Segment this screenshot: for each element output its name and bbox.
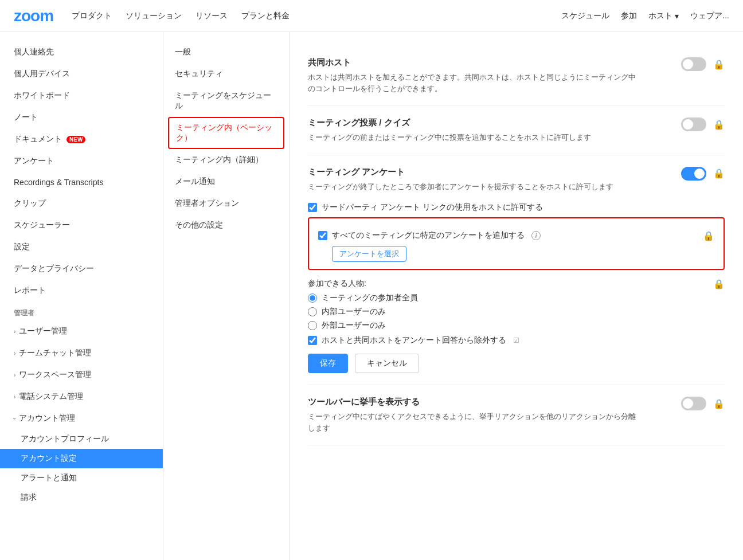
radio-internal-label[interactable]: 内部ユーザーのみ (322, 307, 386, 317)
participants-label: 参加できる人物: (308, 279, 366, 289)
cohost-toggle[interactable] (681, 57, 706, 71)
page-layout: 個人連絡先 個人用デバイス ホワイトボード ノート ドキュメント NEW アンケ… (0, 32, 743, 560)
nav-join[interactable]: 参加 (621, 11, 637, 21)
setting-cohost: 共同ホスト ホストは共同ホストを加えることができます。共同ホストは、ホストと同じ… (308, 46, 725, 106)
left-sidebar: 個人連絡先 個人用デバイス ホワイトボード ノート ドキュメント NEW アンケ… (0, 32, 163, 560)
menu-security[interactable]: セキュリティ (163, 63, 289, 85)
sidebar-item-settings[interactable]: 設定 (0, 236, 163, 258)
third-party-checkbox-row: サードパーティ アンケート リンクの使用をホストに許可する (308, 202, 725, 213)
setting-poll: ミーティング投票 / クイズ ミーティングの前またはミーティング中に投票を追加す… (308, 106, 725, 155)
lock-icon: 🔒 (713, 58, 725, 70)
menu-meeting-basic[interactable]: ミーティング内（ベーシック） (168, 117, 284, 149)
specific-survey-checkbox-row: すべてのミーティングに特定のアンケートを追加する i 🔒 (318, 230, 714, 241)
select-survey-button[interactable]: アンケートを選択 (332, 246, 406, 262)
lock-icon: 🔒 (713, 398, 725, 409)
lock-icon: 🔒 (713, 278, 725, 289)
verify-icon: ☑ (513, 336, 519, 344)
sidebar-item-privacy[interactable]: データとプライバシー (0, 258, 163, 280)
raise-hand-title: ツールバーに挙手を表示する (308, 397, 667, 408)
raise-hand-desc: ミーティング中にすばやくアクセスできるように、挙手リアクションを他のリアクション… (308, 411, 640, 433)
zoom-logo[interactable]: zoom (14, 7, 53, 25)
poll-toggle[interactable] (681, 118, 706, 131)
sidebar-item-reports[interactable]: レポート (0, 280, 163, 301)
menu-meeting-advanced[interactable]: ミーティング内（詳細） (163, 149, 289, 171)
nav-plans[interactable]: プランと料金 (241, 11, 290, 21)
radio-all-participants: ミーティングの参加者全員 (308, 293, 725, 303)
nav-right: スケジュール 参加 ホスト ▾ ウェブア... (561, 11, 729, 21)
nav-solution[interactable]: ソリューション (126, 11, 182, 21)
top-navigation: zoom プロダクト ソリューション リソース プランと料金 スケジュール 参加… (0, 0, 743, 32)
nav-links: プロダクト ソリューション リソース プランと料金 (72, 11, 561, 21)
raise-hand-toggle[interactable] (681, 397, 706, 410)
sidebar-item-notes[interactable]: ノート (0, 107, 163, 128)
menu-schedule[interactable]: ミーティングをスケジュール (163, 85, 289, 117)
chevron-down-icon: › (11, 417, 18, 419)
sidebar-item-workspace[interactable]: › ワークスペース管理 (0, 364, 163, 386)
sidebar-item-phone[interactable]: › 電話システム管理 (0, 386, 163, 408)
radio-all[interactable] (308, 293, 317, 303)
radio-internal[interactable] (308, 307, 317, 316)
menu-other-settings[interactable]: その他の設定 (163, 214, 289, 236)
lock-icon: 🔒 (713, 119, 725, 130)
sidebar-item-survey[interactable]: アンケート (0, 150, 163, 172)
third-party-checkbox[interactable] (308, 203, 317, 212)
exclude-host-label[interactable]: ホストと共同ホストをアンケート回答から除外する (322, 335, 506, 346)
cohost-desc: ホストは共同ホストを加えることができます。共同ホストは、ホストと同じようにミーテ… (308, 72, 640, 94)
specific-survey-label[interactable]: すべてのミーティングに特定のアンケートを追加する (332, 230, 525, 241)
lock-icon: 🔒 (703, 230, 714, 241)
radio-external: 外部ユーザーのみ (308, 320, 725, 331)
save-button[interactable]: 保存 (308, 354, 348, 373)
lock-icon: 🔒 (713, 168, 725, 179)
sidebar-item-contacts[interactable]: 個人連絡先 (0, 41, 163, 63)
radio-external-label[interactable]: 外部ユーザーのみ (322, 320, 386, 331)
sidebar-sub-billing[interactable]: 請求 (0, 488, 163, 507)
new-badge: NEW (67, 136, 85, 143)
survey-desc: ミーティングが終了したところで参加者にアンケートを提示することをホストに許可しま… (308, 181, 640, 193)
radio-internal: 内部ユーザーのみ (308, 307, 725, 317)
nav-host[interactable]: ホスト ▾ (648, 11, 679, 21)
admin-section-label: 管理者 (0, 301, 163, 320)
chevron-right-icon: › (14, 394, 15, 400)
menu-admin-options[interactable]: 管理者オプション (163, 193, 289, 214)
survey-title: ミーティング アンケート (308, 167, 667, 178)
radio-all-label[interactable]: ミーティングの参加者全員 (322, 293, 418, 303)
main-content: 共同ホスト ホストは共同ホストを加えることができます。共同ホストは、ホストと同じ… (290, 32, 743, 560)
menu-general[interactable]: 一般 (163, 41, 289, 63)
sidebar-item-scheduler[interactable]: スケジューラー (0, 214, 163, 236)
sidebar-item-whiteboard[interactable]: ホワイトボード (0, 85, 163, 107)
menu-email-notify[interactable]: メール通知 (163, 171, 289, 193)
sidebar-sub-account-profile[interactable]: アカウントプロフィール (0, 429, 163, 449)
sidebar-item-user-management[interactable]: › ユーザー管理 (0, 320, 163, 342)
sidebar-sub-account-settings[interactable]: アカウント設定 (0, 449, 163, 468)
nav-product[interactable]: プロダクト (72, 11, 112, 21)
specific-survey-checkbox[interactable] (318, 231, 327, 240)
sidebar-item-devices[interactable]: 個人用デバイス (0, 63, 163, 85)
setting-raise-hand: ツールバーに挙手を表示する ミーティング中にすばやくアクセスできるように、挙手リ… (308, 385, 725, 445)
chevron-right-icon: › (14, 350, 15, 357)
nav-resources[interactable]: リソース (195, 11, 228, 21)
poll-desc: ミーティングの前またはミーティング中に投票を追加することをホストに許可します (308, 132, 640, 143)
setting-survey: ミーティング アンケート ミーティングが終了したところで参加者にアンケートを提示… (308, 155, 725, 386)
cohost-title: 共同ホスト (308, 57, 667, 68)
sidebar-item-recordings[interactable]: Recordings & Transcripts (0, 172, 163, 193)
chevron-down-icon: ▾ (675, 11, 679, 21)
third-party-label[interactable]: サードパーティ アンケート リンクの使用をホストに許可する (322, 202, 543, 213)
sidebar-item-clips[interactable]: クリップ (0, 193, 163, 214)
exclude-host-checkbox[interactable] (308, 336, 317, 345)
chevron-right-icon: › (14, 372, 15, 378)
info-icon[interactable]: i (531, 231, 541, 240)
nav-schedule[interactable]: スケジュール (561, 11, 609, 21)
cancel-button[interactable]: キャンセル (355, 354, 419, 373)
chevron-right-icon: › (14, 328, 15, 335)
radio-external[interactable] (308, 321, 317, 330)
middle-sidebar: 一般 セキュリティ ミーティングをスケジュール ミーティング内（ベーシック） ミ… (163, 32, 290, 560)
specific-survey-box: すべてのミーティングに特定のアンケートを追加する i 🔒 アンケートを選択 (308, 217, 725, 270)
sidebar-sub-alerts[interactable]: アラートと通知 (0, 468, 163, 488)
sidebar-item-team-chat[interactable]: › チームチャット管理 (0, 342, 163, 364)
sidebar-item-account-management[interactable]: › アカウント管理 (0, 408, 163, 429)
exclude-host-checkbox-row: ホストと共同ホストをアンケート回答から除外する ☑ (308, 335, 725, 346)
survey-toggle[interactable] (681, 167, 706, 181)
poll-title: ミーティング投票 / クイズ (308, 118, 667, 128)
sidebar-item-documents[interactable]: ドキュメント NEW (0, 128, 163, 150)
nav-webapp[interactable]: ウェブア... (690, 11, 729, 21)
